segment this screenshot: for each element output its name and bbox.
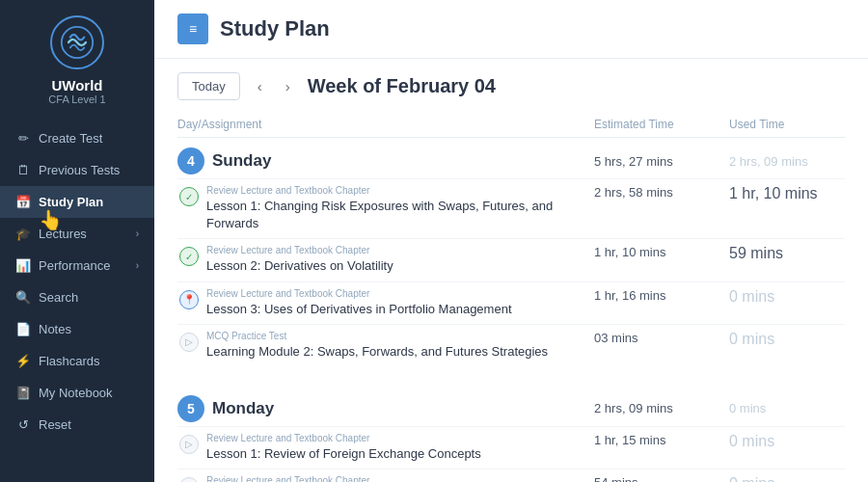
sidebar-item-my-notebook[interactable]: 📓 My Notebook bbox=[0, 377, 154, 409]
chevron-right-icon: › bbox=[136, 260, 139, 271]
lesson-left: ✓ Review Lecture and Textbook Chapter Le… bbox=[177, 245, 594, 275]
performance-icon: 📊 bbox=[15, 258, 31, 273]
day-row: 5 Monday 2 hrs, 09 mins 0 mins bbox=[177, 386, 845, 426]
sidebar-item-label: Search bbox=[39, 290, 78, 305]
lesson-text: Review Lecture and Textbook Chapter Less… bbox=[206, 185, 594, 232]
lesson-row[interactable]: ▷ Review Lecture and Textbook Chapter Le… bbox=[177, 426, 845, 469]
main-content: ≡ Study Plan Today ‹ › Week of February … bbox=[154, 0, 868, 482]
lesson-category: Review Lecture and Textbook Chapter bbox=[206, 185, 594, 196]
sidebar-item-performance[interactable]: 📊 Performance › bbox=[0, 250, 154, 281]
col-assignment: Day/Assignment bbox=[177, 118, 594, 131]
lesson-row[interactable]: ▷ Review Lecture and Textbook Chapter Le… bbox=[177, 469, 845, 482]
lesson-estimated-time: 03 mins bbox=[594, 331, 729, 345]
sidebar-item-label: Create Test bbox=[39, 131, 102, 146]
lesson-status-icon: 📍 bbox=[179, 290, 199, 309]
day-total-time: 5 hrs, 27 mins bbox=[594, 154, 729, 169]
week-label: Week of February 04 bbox=[308, 75, 496, 97]
lesson-status-icon: ✓ bbox=[179, 187, 199, 206]
lesson-name: Lesson 1: Review of Foreign Exchange Con… bbox=[206, 445, 481, 463]
lesson-estimated-time: 1 hr, 16 mins bbox=[594, 288, 729, 303]
logo-circle bbox=[50, 15, 104, 69]
lesson-used-time: 0 mins bbox=[729, 288, 845, 306]
sidebar-item-label: Flashcards bbox=[39, 354, 100, 368]
sidebar-item-previous-tests[interactable]: 🗒 Previous Tests bbox=[0, 154, 154, 186]
day-number-badge: 5 bbox=[177, 395, 204, 422]
lesson-estimated-time: 1 hr, 10 mins bbox=[594, 245, 729, 259]
reset-icon: ↺ bbox=[15, 417, 31, 432]
menu-button[interactable]: ≡ bbox=[177, 13, 208, 44]
lesson-status-icon: ▷ bbox=[179, 435, 199, 454]
sidebar-item-label: Reset bbox=[39, 417, 71, 432]
lesson-name: Lesson 3: Uses of Derivatives in Portfol… bbox=[206, 301, 512, 318]
sidebar-item-flashcards[interactable]: ⚡ Flashcards bbox=[0, 345, 154, 377]
lesson-row[interactable]: ▷ MCQ Practice Test Learning Module 2: S… bbox=[177, 324, 845, 366]
sidebar-item-lectures[interactable]: 🎓 Lectures › bbox=[0, 218, 154, 250]
sidebar-item-study-plan[interactable]: 📅 Study Plan 👆 bbox=[0, 186, 154, 218]
lesson-row[interactable]: 📍 Review Lecture and Textbook Chapter Le… bbox=[177, 281, 845, 324]
sidebar-item-reset[interactable]: ↺ Reset bbox=[0, 409, 154, 441]
notes-icon: 📄 bbox=[15, 322, 31, 336]
sidebar-item-label: Previous Tests bbox=[39, 163, 120, 177]
lesson-used-time: 59 mins bbox=[729, 245, 845, 262]
hamburger-icon: ≡ bbox=[189, 21, 197, 37]
sidebar: UWorld CFA Level 1 ✏ Create Test 🗒 Previ… bbox=[0, 0, 154, 482]
days-container: 4 Sunday 5 hrs, 27 mins 2 hrs, 09 mins ✓… bbox=[177, 138, 845, 482]
sidebar-item-create-test[interactable]: ✏ Create Test bbox=[0, 122, 154, 154]
lesson-name: Learning Module 2: Swaps, Forwards, and … bbox=[206, 343, 548, 361]
day-row: 4 Sunday 5 hrs, 27 mins 2 hrs, 09 mins bbox=[177, 138, 845, 178]
lesson-left: ▷ Review Lecture and Textbook Chapter Le… bbox=[177, 475, 594, 482]
day-label: 5 Monday bbox=[177, 395, 594, 422]
today-button[interactable]: Today bbox=[177, 72, 240, 100]
lesson-used-time: 1 hr, 10 mins bbox=[729, 185, 845, 202]
chevron-right-icon: › bbox=[136, 228, 139, 239]
lesson-text: MCQ Practice Test Learning Module 2: Swa… bbox=[206, 331, 548, 361]
sidebar-item-label: Performance bbox=[39, 258, 110, 273]
brand-name: UWorld bbox=[51, 77, 102, 94]
lesson-estimated-time: 54 mins bbox=[594, 475, 729, 482]
lesson-row[interactable]: ✓ Review Lecture and Textbook Chapter Le… bbox=[177, 238, 845, 281]
schedule-table: Day/Assignment Estimated Time Used Time … bbox=[154, 110, 868, 482]
sidebar-item-label: Study Plan bbox=[39, 195, 103, 209]
lesson-left: 📍 Review Lecture and Textbook Chapter Le… bbox=[177, 288, 594, 318]
sidebar-item-label: My Notebook bbox=[39, 386, 113, 400]
search-icon: 🔍 bbox=[15, 290, 31, 305]
lesson-category: Review Lecture and Textbook Chapter bbox=[206, 475, 427, 482]
lesson-category: Review Lecture and Textbook Chapter bbox=[206, 288, 512, 299]
lesson-used-time: 0 mins bbox=[729, 475, 845, 482]
day-block: 4 Sunday 5 hrs, 27 mins 2 hrs, 09 mins ✓… bbox=[177, 138, 845, 378]
lesson-category: Review Lecture and Textbook Chapter bbox=[206, 433, 481, 443]
lesson-left: ✓ Review Lecture and Textbook Chapter Le… bbox=[177, 185, 594, 232]
lesson-used-time: 0 mins bbox=[729, 433, 845, 450]
lesson-status-icon: ✓ bbox=[179, 247, 199, 266]
page-header: ≡ Study Plan bbox=[154, 0, 868, 59]
lesson-name: Lesson 1: Changing Risk Exposures with S… bbox=[206, 198, 594, 232]
day-used-time: 2 hrs, 09 mins bbox=[729, 154, 845, 169]
next-week-button[interactable]: › bbox=[280, 74, 296, 98]
col-used-time: Used Time bbox=[729, 118, 845, 131]
lesson-name: Lesson 2: Derivatives on Volatility bbox=[206, 257, 393, 275]
lesson-category: Review Lecture and Textbook Chapter bbox=[206, 245, 393, 255]
lesson-estimated-time: 1 hr, 15 mins bbox=[594, 433, 729, 447]
brand-subtitle: CFA Level 1 bbox=[48, 94, 105, 105]
flashcards-icon: ⚡ bbox=[15, 354, 31, 368]
day-used-time: 0 mins bbox=[729, 401, 845, 415]
sidebar-item-notes[interactable]: 📄 Notes bbox=[0, 313, 154, 345]
prev-week-button[interactable]: ‹ bbox=[252, 74, 268, 98]
day-name: Monday bbox=[212, 399, 274, 418]
sidebar-item-label: Notes bbox=[39, 322, 71, 336]
lesson-text: Review Lecture and Textbook Chapter Less… bbox=[206, 288, 512, 318]
lesson-row[interactable]: ✓ Review Lecture and Textbook Chapter Le… bbox=[177, 178, 845, 238]
day-number-badge: 4 bbox=[177, 147, 204, 174]
sidebar-item-search[interactable]: 🔍 Search bbox=[0, 281, 154, 313]
logo-icon bbox=[60, 25, 95, 60]
day-block: 5 Monday 2 hrs, 09 mins 0 mins ▷ Review … bbox=[177, 386, 845, 482]
lesson-left: ▷ MCQ Practice Test Learning Module 2: S… bbox=[177, 331, 594, 361]
day-label: 4 Sunday bbox=[177, 147, 594, 174]
lesson-text: Review Lecture and Textbook Chapter Less… bbox=[206, 433, 481, 463]
lesson-estimated-time: 2 hrs, 58 mins bbox=[594, 185, 729, 200]
create-test-icon: ✏ bbox=[15, 131, 31, 146]
sidebar-item-label: Lectures bbox=[39, 227, 87, 241]
week-navigation: Today ‹ › Week of February 04 bbox=[154, 59, 868, 110]
lesson-left: ▷ Review Lecture and Textbook Chapter Le… bbox=[177, 433, 594, 463]
study-plan-icon: 📅 bbox=[15, 195, 31, 209]
